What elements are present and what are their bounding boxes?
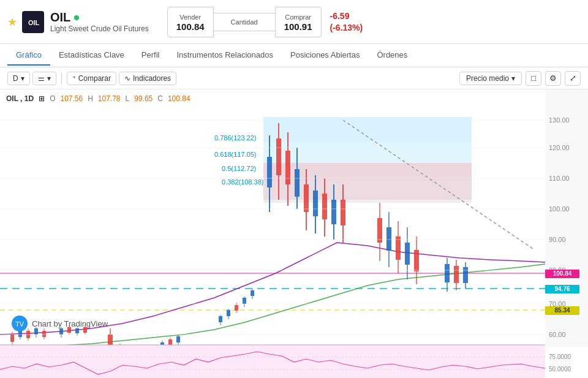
svg-text:0.786(123.22): 0.786(123.22) — [214, 134, 257, 142]
tab-ordenes[interactable]: Órdenes — [368, 45, 416, 66]
compare-icon: ⁺ — [72, 74, 76, 83]
quantity-input[interactable]: Cantidad — [214, 13, 275, 31]
svg-rect-67 — [322, 194, 327, 219]
svg-text:90.00: 90.00 — [549, 236, 566, 243]
ohlc-close: 100.84 — [168, 94, 190, 103]
svg-text:Chart by TradingView: Chart by TradingView — [32, 319, 108, 328]
svg-text:60.00: 60.00 — [549, 331, 566, 338]
ticker-text: OIL — [50, 10, 70, 25]
tab-posiciones[interactable]: Posiciones Abiertas — [282, 45, 368, 66]
svg-text:75.0000: 75.0000 — [549, 353, 571, 360]
svg-rect-49 — [235, 305, 238, 311]
settings-button[interactable]: ⚙ — [545, 71, 561, 86]
wave-icon: ∿ — [124, 74, 130, 83]
sell-label: Vender — [179, 13, 201, 21]
tab-perfil[interactable]: Perfil — [133, 45, 168, 66]
precio-medio-button[interactable]: Precio medio ▾ — [459, 72, 522, 85]
svg-rect-51 — [243, 298, 246, 304]
svg-text:100.00: 100.00 — [549, 205, 570, 213]
svg-rect-65 — [313, 191, 318, 216]
ohlc-bar: OIL , 1D ⊞ O 107.56 H 107.78 L 99.65 C 1… — [6, 94, 190, 103]
svg-rect-77 — [396, 236, 401, 260]
svg-rect-55 — [267, 157, 272, 187]
indicators-label: Indicadores — [133, 74, 171, 83]
svg-rect-19 — [34, 328, 38, 335]
ohlc-high: 107.78 — [98, 94, 121, 103]
svg-text:0.618(117.05): 0.618(117.05) — [214, 151, 257, 158]
chart-area: 130.00 120.00 110.00 100.00 90.00 80.00 … — [0, 89, 588, 378]
svg-text:120.00: 120.00 — [549, 144, 570, 151]
toolbar-separator-1 — [61, 72, 62, 85]
chart-svg: 130.00 120.00 110.00 100.00 90.00 80.00 … — [0, 89, 588, 378]
live-dot — [74, 15, 79, 20]
svg-text:0.382(108.38): 0.382(108.38) — [222, 178, 264, 186]
svg-text:100.84: 100.84 — [553, 270, 572, 277]
price-change: -6.59 (-6.13%) — [330, 10, 363, 32]
chart-type-button[interactable]: ⚌ ▾ — [32, 72, 56, 85]
svg-rect-27 — [75, 328, 79, 333]
svg-text:50.0000: 50.0000 — [549, 366, 571, 372]
svg-rect-73 — [377, 218, 382, 243]
tab-grafico[interactable]: Gráfico — [7, 45, 50, 66]
quantity-label: Cantidad — [226, 18, 263, 26]
rectangle-tool-button[interactable]: □ — [526, 71, 541, 86]
svg-rect-59 — [285, 151, 290, 184]
svg-rect-75 — [386, 227, 391, 251]
fullscreen-button[interactable]: ⤢ — [565, 71, 581, 86]
svg-rect-81 — [414, 250, 419, 271]
timeframe-chevron: ▾ — [21, 74, 24, 83]
ohlc-open: 107.56 — [60, 94, 83, 103]
favorite-icon[interactable]: ★ — [7, 15, 17, 29]
ticker-info: OIL Light Sweet Crude Oil Futures — [50, 10, 149, 33]
tabs-bar: Gráfico Estadísticas Clave Perfil Instru… — [0, 44, 588, 67]
svg-rect-85 — [454, 266, 459, 283]
chart-type-icon: ⚌ — [38, 74, 45, 83]
svg-text:0.5(112.72): 0.5(112.72) — [222, 165, 256, 172]
sell-button[interactable]: Vender 100.84 — [167, 7, 214, 37]
svg-rect-53 — [251, 290, 254, 296]
ohlc-symbol: OIL , 1D — [6, 94, 34, 103]
svg-rect-3 — [263, 117, 472, 142]
ticker-name: Light Sweet Crude Oil Futures — [50, 25, 149, 33]
svg-text:130.00: 130.00 — [549, 116, 570, 124]
timeframe-label: D — [13, 74, 18, 83]
buy-label: Comprar — [285, 13, 311, 21]
svg-rect-83 — [445, 264, 450, 282]
svg-rect-79 — [405, 243, 410, 265]
compare-label: Comparar — [78, 74, 111, 83]
svg-rect-63 — [304, 184, 309, 212]
svg-rect-15 — [18, 331, 22, 337]
ticker-symbol: OIL — [50, 10, 149, 25]
svg-text:OIL: OIL — [28, 19, 40, 26]
header: ★ OIL OIL Light Sweet Crude Oil Futures … — [0, 0, 588, 44]
svg-rect-114 — [0, 345, 545, 378]
buy-price: 100.91 — [284, 21, 312, 32]
sell-price: 100.84 — [176, 21, 205, 32]
price-change-abs: -6.59 — [330, 10, 363, 21]
toolbar-right: Precio medio ▾ □ ⚙ ⤢ — [459, 71, 581, 86]
svg-text:85.34: 85.34 — [554, 307, 570, 314]
svg-rect-61 — [295, 169, 300, 197]
ohlc-expand-icon[interactable]: ⊞ — [39, 94, 45, 103]
svg-rect-4 — [263, 142, 472, 163]
svg-rect-87 — [463, 267, 468, 283]
buy-button[interactable]: Comprar 100.91 — [275, 7, 322, 37]
svg-rect-13 — [10, 335, 14, 342]
svg-text:TV: TV — [15, 320, 24, 328]
timeframe-button[interactable]: D ▾ — [7, 72, 30, 85]
svg-rect-43 — [176, 336, 180, 342]
chart-type-chevron: ▾ — [47, 74, 51, 83]
svg-rect-57 — [276, 138, 281, 175]
tab-estadisticas[interactable]: Estadísticas Clave — [50, 45, 133, 66]
svg-rect-45 — [219, 316, 222, 322]
ohlc-low: 99.65 — [134, 94, 153, 103]
compare-button[interactable]: ⁺ Comparar — [67, 72, 116, 85]
tab-instrumentos[interactable]: Instrumentos Relacionados — [168, 45, 282, 66]
precio-medio-chevron: ▾ — [511, 74, 515, 83]
indicators-button[interactable]: ∿ Indicadores — [119, 72, 176, 85]
svg-rect-71 — [341, 200, 345, 225]
precio-medio-label: Precio medio — [466, 74, 509, 83]
trade-controls: Vender 100.84 Cantidad Comprar 100.91 — [167, 7, 322, 37]
svg-rect-69 — [331, 200, 336, 224]
svg-text:94.76: 94.76 — [554, 285, 570, 292]
